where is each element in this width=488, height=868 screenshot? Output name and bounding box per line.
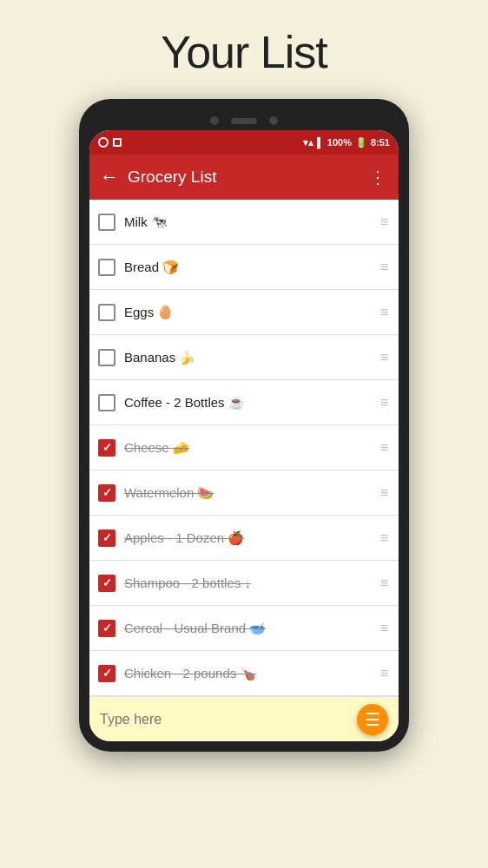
list-item: Bananas 🍌≡ (89, 335, 399, 380)
battery-percent: 100% (327, 137, 352, 148)
list-item-label: Eggs 🥚 (124, 305, 375, 320)
toolbar: ← Grocery List ⋮ (89, 155, 399, 200)
list-item: Cheese 🧀≡ (89, 425, 399, 470)
drag-handle-icon[interactable]: ≡ (380, 260, 388, 274)
list-item: Milk 🐄≡ (89, 200, 399, 245)
time: 8:51 (371, 137, 390, 148)
status-right: ▾▴ ▌ 100% 🔋 8:51 (303, 137, 390, 148)
list-item-checkbox[interactable] (98, 484, 115, 502)
drag-handle-icon[interactable]: ≡ (380, 576, 388, 590)
phone-camera-area (89, 109, 399, 130)
phone-frame: ▾▴ ▌ 100% 🔋 8:51 ← Grocery List ⋮ Milk 🐄… (79, 99, 409, 752)
list-item-label: Chicken - 2 pounds 🍗 (124, 666, 375, 681)
wifi-icon: ▾▴ (303, 137, 313, 148)
speaker (231, 118, 257, 124)
list-item-checkbox[interactable] (98, 304, 115, 321)
list-item: Chicken - 2 pounds 🍗≡ (89, 651, 399, 696)
bottom-bar: ☰ (89, 696, 399, 741)
list-item-checkbox[interactable] (98, 665, 115, 682)
status-left (98, 137, 122, 148)
list-item-label: Cereal - Usual Brand 🥣 (124, 621, 375, 636)
list-item-label: Bread 🍞 (124, 260, 375, 275)
signal-icon: ▌ (317, 137, 324, 148)
list-item-checkbox[interactable] (98, 394, 115, 411)
fab-icon: ☰ (365, 709, 380, 730)
list-item-checkbox[interactable] (98, 439, 115, 457)
list-item: Coffee - 2 Bottles ☕≡ (89, 380, 399, 425)
list-item-checkbox[interactable] (98, 259, 115, 276)
drag-handle-icon[interactable]: ≡ (380, 306, 388, 319)
status-sim-icon (113, 138, 122, 147)
list-item: Bread 🍞≡ (89, 245, 399, 290)
list-item-checkbox[interactable] (98, 214, 115, 231)
drag-handle-icon[interactable]: ≡ (380, 396, 388, 410)
drag-handle-icon[interactable]: ≡ (380, 441, 388, 455)
battery-icon: 🔋 (355, 137, 367, 148)
list-item-checkbox[interactable] (98, 529, 115, 547)
fab-button[interactable]: ☰ (357, 704, 388, 735)
list-item-label: Shampoo - 2 bottles ↓ (124, 575, 375, 590)
list-item: Watermelon 🍉≡ (89, 470, 399, 516)
back-button[interactable]: ← (100, 166, 119, 188)
list-item: Cereal - Usual Brand 🥣≡ (89, 606, 399, 651)
menu-button[interactable]: ⋮ (369, 167, 388, 187)
list-item-label: Apples - 1 Dozen 🍎 (124, 530, 375, 546)
list-item-label: Milk 🐄 (124, 214, 375, 230)
list-item-label: Bananas 🍌 (124, 350, 375, 365)
status-bar: ▾▴ ▌ 100% 🔋 8:51 (89, 130, 399, 155)
type-here-input[interactable] (100, 712, 357, 727)
page-title: Your List (161, 26, 326, 78)
list-item: Eggs 🥚≡ (89, 290, 399, 335)
phone-screen: ▾▴ ▌ 100% 🔋 8:51 ← Grocery List ⋮ Milk 🐄… (89, 130, 399, 741)
list-item-checkbox[interactable] (98, 349, 115, 366)
camera-dot (210, 116, 219, 125)
list-item: Shampoo - 2 bottles ↓≡ (89, 561, 399, 606)
toolbar-title: Grocery List (128, 168, 360, 187)
list-item-label: Coffee - 2 Bottles ☕ (124, 395, 375, 411)
drag-handle-icon[interactable]: ≡ (380, 215, 388, 229)
drag-handle-icon[interactable]: ≡ (380, 621, 388, 635)
drag-handle-icon[interactable]: ≡ (380, 531, 388, 545)
drag-handle-icon[interactable]: ≡ (380, 667, 388, 681)
list-item-checkbox[interactable] (98, 620, 115, 637)
list-item-checkbox[interactable] (98, 575, 115, 592)
list-item: Apples - 1 Dozen 🍎≡ (89, 516, 399, 561)
sensor-dot (269, 116, 278, 125)
list-item-label: Cheese 🧀 (124, 440, 375, 456)
drag-handle-icon[interactable]: ≡ (380, 351, 388, 365)
drag-handle-icon[interactable]: ≡ (380, 486, 388, 500)
status-circle-icon (98, 137, 109, 148)
list-item-label: Watermelon 🍉 (124, 485, 375, 501)
grocery-list: Milk 🐄≡Bread 🍞≡Eggs 🥚≡Bananas 🍌≡Coffee -… (89, 200, 399, 696)
